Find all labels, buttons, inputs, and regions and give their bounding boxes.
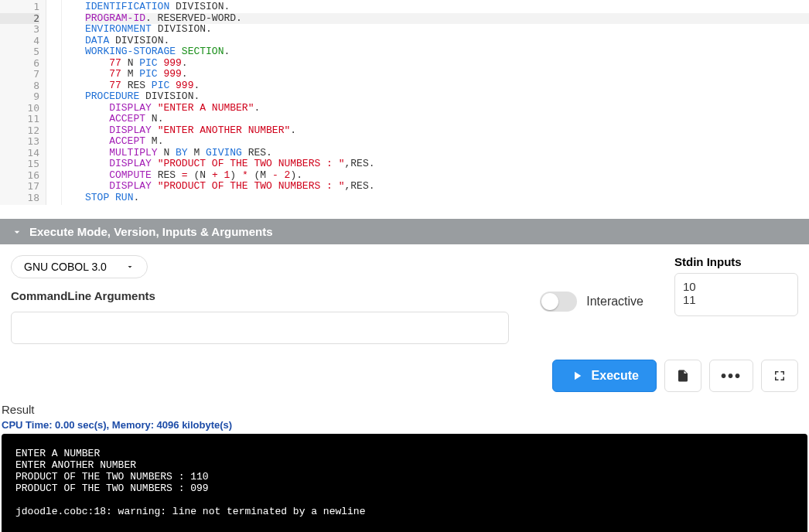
execute-button[interactable]: Execute xyxy=(552,360,657,392)
code-line[interactable]: 77 RES PIC 999. xyxy=(85,80,809,92)
line-gutter: 123456789101112131415161718 xyxy=(0,0,46,205)
more-button[interactable]: ••• xyxy=(709,360,753,392)
line-number: 9 xyxy=(0,91,39,103)
code-line[interactable]: ACCEPT M. xyxy=(85,136,809,148)
line-number: 10 xyxy=(0,103,39,114)
line-number: 13 xyxy=(0,136,39,148)
line-number: 3 xyxy=(0,24,39,36)
code-line[interactable]: ACCEPT N. xyxy=(85,114,809,125)
ellipsis-icon: ••• xyxy=(721,367,742,385)
line-number: 12 xyxy=(0,125,39,137)
code-line[interactable]: DISPLAY "PRODUCT OF THE TWO NUMBERS : ",… xyxy=(85,181,809,193)
version-select[interactable]: GNU COBOL 3.0 xyxy=(11,255,148,278)
fold-margin xyxy=(46,0,62,205)
line-number: 14 xyxy=(0,148,39,159)
chevron-down-icon xyxy=(125,262,135,271)
stdin-input[interactable]: 10 11 xyxy=(674,273,798,316)
result-stats: CPU Time: 0.00 sec(s), Memory: 4096 kilo… xyxy=(0,419,809,434)
code-line[interactable]: PROCEDURE DIVISION. xyxy=(85,91,809,103)
code-line[interactable]: DISPLAY "ENTER ANOTHER NUMBER". xyxy=(85,125,809,137)
code-line[interactable]: DISPLAY "PRODUCT OF THE TWO NUMBERS : ",… xyxy=(85,159,809,170)
line-number: 8 xyxy=(0,80,39,92)
code-line[interactable]: 77 N PIC 999. xyxy=(85,58,809,70)
line-number: 15 xyxy=(0,159,39,170)
chevron-down-icon xyxy=(11,226,23,238)
code-line[interactable]: DISPLAY "ENTER A NUMBER". xyxy=(85,103,809,114)
code-line[interactable]: COMPUTE RES = (N + 1) * (M - 2). xyxy=(85,170,809,182)
line-number: 6 xyxy=(0,58,39,70)
execute-label: Execute xyxy=(592,369,639,383)
result-label: Result xyxy=(0,403,809,419)
line-number: 2 xyxy=(0,13,39,25)
panel-title: Execute Mode, Version, Inputs & Argument… xyxy=(29,225,273,238)
code-content[interactable]: IDENTIFICATION DIVISION.PROGRAM-ID. RESE… xyxy=(62,0,809,205)
code-editor[interactable]: 123456789101112131415161718 IDENTIFICATI… xyxy=(0,0,809,205)
code-line[interactable]: MULTIPLY N BY M GIVING RES. xyxy=(85,148,809,159)
upload-button[interactable] xyxy=(664,360,701,392)
controls-row: GNU COBOL 3.0 CommandLine Arguments Inte… xyxy=(0,244,809,355)
play-icon xyxy=(570,369,584,383)
interactive-toggle[interactable] xyxy=(540,292,577,312)
line-number: 7 xyxy=(0,69,39,80)
action-bar: Execute ••• xyxy=(0,355,809,403)
fullscreen-icon xyxy=(773,369,787,383)
code-line[interactable]: WORKING-STORAGE SECTION. xyxy=(85,46,809,58)
cmdline-label: CommandLine Arguments xyxy=(11,289,509,302)
line-number: 1 xyxy=(0,2,39,13)
line-number: 4 xyxy=(0,36,39,47)
interactive-label: Interactive xyxy=(586,295,643,309)
code-line[interactable]: 77 M PIC 999. xyxy=(85,69,809,80)
line-number: 18 xyxy=(0,193,39,204)
line-number: 11 xyxy=(0,114,39,125)
exec-panel-header[interactable]: Execute Mode, Version, Inputs & Argument… xyxy=(0,219,809,244)
line-number: 5 xyxy=(0,46,39,58)
line-number: 17 xyxy=(0,181,39,193)
line-number: 16 xyxy=(0,170,39,182)
code-line[interactable]: ENVIRONMENT DIVISION. xyxy=(85,24,809,36)
code-line[interactable]: PROGRAM-ID. RESERVED-WORD. xyxy=(85,13,809,25)
fullscreen-button[interactable] xyxy=(761,360,798,392)
code-line[interactable]: IDENTIFICATION DIVISION. xyxy=(85,2,809,13)
file-upload-icon xyxy=(676,369,690,383)
code-line[interactable]: STOP RUN. xyxy=(85,193,809,204)
version-select-label: GNU COBOL 3.0 xyxy=(24,261,107,273)
code-line[interactable]: DATA DIVISION. xyxy=(85,36,809,47)
cmdline-input[interactable] xyxy=(11,312,509,344)
terminal-output[interactable]: ENTER A NUMBER ENTER ANOTHER NUMBER PROD… xyxy=(2,434,807,532)
stdin-label: Stdin Inputs xyxy=(674,255,798,268)
